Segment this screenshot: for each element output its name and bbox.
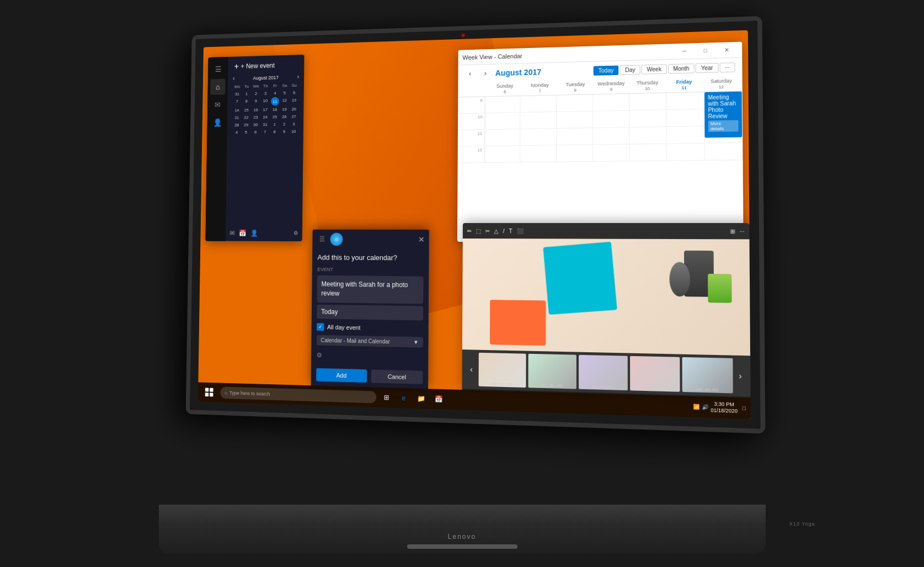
cortana-event-text[interactable]: Meeting with Sarah for a photo review [317, 275, 423, 304]
calendar-window: Week View - Calendar ─ □ ✕ ‹ › August 20… [457, 41, 743, 242]
grid-icon[interactable]: ⊞ [730, 227, 735, 234]
next-btn[interactable]: › [479, 67, 490, 78]
contacts-icon[interactable]: 👤 [250, 229, 258, 237]
3d-obj-2 [669, 262, 690, 296]
clock[interactable]: 3:30 PM 01/18/2020 [711, 401, 738, 414]
maximize-button[interactable]: □ [695, 42, 716, 59]
calendar-select-text: Calendar - Mail and Calendar [321, 337, 389, 344]
thumbnail-2[interactable]: IMG_002.JPG [528, 353, 576, 389]
cortana-add-button[interactable]: Add [316, 368, 367, 382]
settings-icon[interactable]: ⚙ [293, 230, 298, 236]
hamburger-cortana-icon[interactable]: ☰ [316, 234, 327, 245]
laptop: ☰ ⌂ ✉ 👤 + + New event [76, 13, 848, 554]
shape-icon[interactable]: △ [494, 227, 498, 234]
day-monday: Monday7 [522, 80, 557, 95]
more-details-btn[interactable]: More details [708, 120, 738, 132]
cortana-dialog: ☰ ○ ✕ Add this to your calendar? Event M… [311, 230, 429, 389]
cortana-circle: ○ [224, 389, 227, 395]
photo-window: ✏ ⬚ ✂ △ / T ⬛ ⊞ ··· [462, 223, 750, 398]
cortana-cancel-button[interactable]: Cancel [371, 369, 423, 384]
week-btn[interactable]: Week [642, 63, 667, 73]
photo-artwork [462, 239, 750, 356]
thumbnail-3[interactable]: IMG_003.JPG [578, 354, 627, 390]
calendar-icon[interactable]: 📅 [238, 229, 246, 237]
task-view-icon[interactable]: ⊞ [378, 387, 394, 407]
day-thursday: Thursday10 [629, 77, 665, 93]
time-display: 3:30 PM [714, 401, 734, 408]
more-icon[interactable]: ··· [739, 227, 744, 234]
hamburger-icon[interactable]: ☰ [210, 61, 226, 77]
allday-label: All day event [327, 324, 360, 331]
cortana-actions: Add Cancel [311, 363, 428, 388]
crop-icon[interactable]: ✂ [485, 227, 489, 234]
allday-checkbox[interactable]: ✓ [317, 323, 324, 331]
calendar-month-title: August 2017 [495, 67, 541, 77]
settings-icon[interactable]: ⚙ [316, 351, 322, 359]
mini-cal-grid: Mo Tu We Th Fr Sa Su 31 1 2 3 [232, 82, 298, 136]
thumbnail-5[interactable]: IMG_005.JPG [682, 357, 733, 393]
notification-icon[interactable]: □ [742, 405, 745, 411]
close-button[interactable]: ✕ [715, 41, 737, 58]
day-btn[interactable]: Day [619, 65, 640, 75]
more-btn[interactable]: ··· [719, 62, 735, 72]
photo-main-view [462, 239, 750, 356]
mini-cal-prev[interactable]: ‹ [233, 75, 234, 81]
prev-btn[interactable]: ‹ [464, 68, 476, 79]
thumb-next-btn[interactable]: › [735, 358, 746, 393]
taskbar-search[interactable]: ○ Type here to search [220, 386, 376, 403]
thumb-prev-btn[interactable]: ‹ [466, 352, 476, 386]
mini-cal-header: ‹ August 2017 › [233, 73, 299, 81]
model-brand: X13 Yoga [789, 521, 815, 527]
cortana-question: Add this to your calendar? [312, 249, 429, 267]
event-title: Meeting with Sarah Photo Review [708, 93, 738, 119]
date-display: 01/18/2020 [711, 407, 738, 414]
windows-logo [205, 388, 213, 396]
cortana-allday-row: ✓ All day event [311, 321, 428, 335]
view-buttons: Today Day Week Month Year ··· [593, 62, 735, 75]
text-icon[interactable]: T [509, 227, 512, 234]
year-btn[interactable]: Year [696, 62, 718, 73]
day-tuesday: Tuesday8 [557, 80, 593, 95]
volume-tray-icon: 🔊 [701, 404, 708, 410]
cortana-event-label: Event [312, 266, 429, 274]
mail-nav-icon[interactable]: ✉ [210, 97, 225, 113]
laptop-screen: ☰ ⌂ ✉ 👤 + + New event [185, 16, 765, 433]
mini-cal-next[interactable]: › [297, 73, 298, 80]
edge-icon[interactable]: e [395, 388, 412, 408]
home-nav-icon[interactable]: ⌂ [210, 78, 226, 94]
mail-icon[interactable]: ✉ [229, 229, 234, 236]
cortana-header: ☰ ○ ✕ [312, 230, 429, 250]
minimize-button[interactable]: ─ [674, 43, 695, 59]
screen-content: ☰ ⌂ ✉ 👤 + + New event [197, 30, 750, 418]
thumbnail-1[interactable]: IMG_001.JPG [478, 352, 526, 387]
day-wednesday: Wednesday9 [593, 78, 629, 94]
month-btn[interactable]: Month [667, 63, 695, 73]
today-btn[interactable]: Today [593, 65, 618, 75]
mini-cal-month: August 2017 [253, 75, 279, 81]
new-event-button[interactable]: + + New event [229, 57, 302, 73]
cortana-close-button[interactable]: ✕ [418, 235, 425, 244]
photo-toolbar: ✏ ⬚ ✂ △ / T ⬛ ⊞ ··· [462, 223, 749, 239]
cortana-date[interactable]: Today [317, 304, 423, 320]
day-sunday: Sunday6 [487, 81, 522, 96]
thumbnail-4[interactable]: IMG_004.JPG [629, 356, 680, 391]
calendar-grid: 9 Meeting with Sarah Photo Review More d… [457, 91, 743, 163]
line-icon[interactable]: / [503, 227, 504, 234]
meeting-event[interactable]: Meeting with Sarah Photo Review More det… [704, 91, 742, 137]
orange-shape [489, 300, 546, 346]
cortana-settings-row: ⚙ [311, 347, 428, 367]
select-icon[interactable]: ⬚ [476, 227, 480, 234]
calendar-taskbar-icon[interactable]: 📅 [430, 389, 446, 409]
fill-icon[interactable]: ⬛ [516, 227, 523, 234]
system-tray: 📶 🔊 3:30 PM 01/18/2020 □ [692, 400, 745, 415]
people-nav-icon[interactable]: 👤 [210, 114, 225, 130]
chevron-down-icon: ▼ [413, 339, 419, 345]
touchpad [407, 544, 517, 549]
camera-dot [461, 33, 464, 36]
screen-bezel: ☰ ⌂ ✉ 👤 + + New event [190, 20, 761, 428]
file-explorer-icon[interactable]: 📁 [413, 388, 429, 409]
draw-icon[interactable]: ✏ [467, 227, 471, 234]
cortana-calendar-select[interactable]: Calendar - Mail and Calendar ▼ [316, 335, 423, 347]
calendar-title: Week View - Calendar [462, 47, 674, 60]
start-button[interactable] [200, 382, 218, 402]
